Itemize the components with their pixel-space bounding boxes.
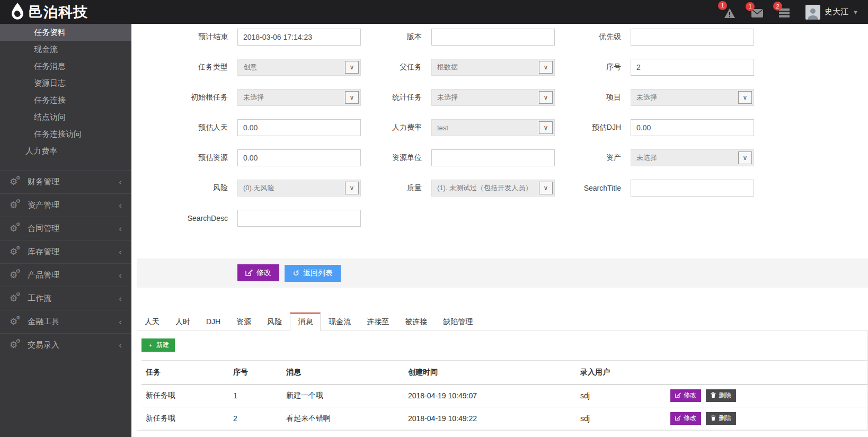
alerts-badge: 1 [718, 1, 727, 10]
labor-rate-select[interactable]: test ∨ [431, 119, 555, 136]
cell-actions: 修改 删除 [666, 407, 867, 430]
task-type-select[interactable]: 创意 ∨ [237, 59, 361, 76]
cell-seq: 2 [229, 407, 282, 430]
chevron-down-icon: ∨ [738, 151, 752, 164]
chevron-left-icon: ‹ [119, 317, 122, 326]
row-delete-button[interactable]: 删除 [706, 389, 736, 402]
search-title-input[interactable] [631, 180, 754, 197]
column-header-message: 消息 [282, 360, 404, 384]
parent-task-select[interactable]: 根数据 ∨ [431, 59, 555, 76]
search-desc-input[interactable] [237, 210, 361, 227]
chevron-down-icon: ▼ [853, 9, 858, 15]
resource-unit-input[interactable] [431, 149, 555, 166]
cell-created: 2018-04-19 10:49:22 [404, 407, 576, 430]
new-message-button[interactable]: ＋ 新建 [141, 338, 175, 352]
gears-icon: ⚙⚙ [10, 341, 21, 350]
chevron-left-icon: ‹ [119, 201, 122, 210]
warning-icon [724, 8, 736, 19]
sidebar-section-contracts[interactable]: ⚙⚙ 合同管理 ‹ [0, 217, 131, 240]
table-row: 新任务哦 2 看起来不错啊 2018-04-19 10:49:22 sdj 修改… [141, 407, 867, 430]
tab-resources[interactable]: 资源 [228, 313, 259, 331]
field-label: SearchTitle [564, 184, 621, 192]
alerts-button[interactable]: 1 [724, 6, 736, 19]
estimated-days-input[interactable] [237, 119, 361, 136]
stats-task-select[interactable]: 未选择 ∨ [431, 89, 555, 106]
column-header-user: 录入用户 [576, 360, 666, 384]
field-label: 预估DJH [564, 123, 621, 132]
planned-end-input[interactable] [237, 29, 361, 46]
chevron-down-icon: ∨ [345, 61, 359, 74]
sidebar-item-task-links[interactable]: 任务连接 [0, 92, 131, 109]
tasks-button[interactable]: 2 [779, 6, 790, 17]
field-label: 资产 [564, 153, 621, 163]
tab-defect-management[interactable]: 缺陷管理 [435, 313, 481, 331]
chevron-down-icon: ∨ [345, 91, 359, 104]
asset-select[interactable]: 未选择 ∨ [631, 149, 754, 166]
field-label: 质量 [370, 183, 422, 193]
chevron-left-icon: ‹ [119, 294, 122, 303]
cell-seq: 1 [229, 384, 282, 407]
tab-linked-from[interactable]: 被连接 [397, 313, 435, 331]
edit-icon [245, 269, 253, 277]
row-edit-button[interactable]: 修改 [670, 389, 701, 402]
initial-root-task-select[interactable]: 未选择 ∨ [237, 89, 361, 106]
sidebar-section-products[interactable]: ⚙⚙ 产品管理 ‹ [0, 263, 131, 287]
chevron-left-icon: ‹ [119, 224, 122, 233]
sidebar-section-workflow[interactable]: ⚙⚙ 工作流 ‹ [0, 287, 131, 310]
sidebar-item-resource-log[interactable]: 资源日志 [0, 75, 131, 92]
estimated-resource-input[interactable] [237, 149, 361, 166]
sidebar-section-trade-entry[interactable]: ⚙⚙ 交易录入 ‹ [0, 333, 131, 356]
tab-person-days[interactable]: 人天 [137, 313, 167, 331]
sidebar-item-task-data[interactable]: 任务资料 [0, 24, 131, 41]
sequence-input[interactable] [631, 59, 754, 76]
mail-icon [751, 9, 763, 17]
sidebar-section-assets[interactable]: ⚙⚙ 资产管理 ‹ [0, 193, 131, 217]
sidebar-item-task-link-access[interactable]: 任务连接访问 [0, 126, 131, 142]
priority-input[interactable] [631, 29, 754, 46]
tab-djh[interactable]: DJH [198, 313, 228, 331]
sidebar-gap [0, 159, 131, 170]
sidebar-item-cash-flow[interactable]: 现金流 [0, 41, 131, 58]
gears-icon: ⚙⚙ [10, 294, 21, 303]
back-to-list-button[interactable]: ↺ 返回列表 [285, 265, 341, 282]
sidebar-section-financial-tools[interactable]: ⚙⚙ 金融工具 ‹ [0, 310, 131, 333]
chevron-down-icon: ∨ [539, 61, 553, 74]
detail-tabs: 人天 人时 DJH 资源 风险 消息 现金流 连接至 被连接 缺陷管理 [137, 313, 868, 331]
tab-risk[interactable]: 风险 [259, 313, 290, 331]
user-menu[interactable]: 史大江 ▼ [805, 5, 858, 20]
sidebar-section-inventory[interactable]: ⚙⚙ 库存管理 ‹ [0, 240, 131, 263]
row-edit-button[interactable]: 修改 [670, 412, 701, 425]
gears-icon: ⚙⚙ [10, 224, 21, 233]
sidebar-section-finance[interactable]: ⚙⚙ 财务管理 ‹ [0, 170, 131, 193]
column-header-created: 创建时间 [404, 360, 576, 384]
field-label: 父任务 [370, 63, 422, 72]
edit-button[interactable]: 修改 [237, 264, 279, 281]
risk-select[interactable]: (0).无风险 ∨ [237, 180, 361, 197]
messages-button[interactable]: 1 [751, 7, 763, 17]
cell-actions: 修改 删除 [666, 384, 867, 407]
quality-select[interactable]: (1). 未测试过（包括开发人员） ∨ [431, 180, 555, 197]
chevron-down-icon: ∨ [539, 182, 553, 194]
sidebar-item-labor-rate[interactable]: 人力费率 [0, 142, 131, 159]
tab-person-hours[interactable]: 人时 [167, 313, 198, 331]
tab-messages[interactable]: 消息 [290, 313, 321, 331]
app-logo[interactable]: 邑泊科技 [10, 2, 88, 22]
chevron-left-icon: ‹ [119, 247, 122, 256]
form-actions: 修改 ↺ 返回列表 [137, 258, 868, 288]
sidebar-item-task-messages[interactable]: 任务消息 [0, 58, 131, 75]
project-select[interactable]: 未选择 ∨ [631, 89, 754, 106]
version-input[interactable] [431, 29, 555, 46]
table-row: 新任务哦 1 新建一个哦 2018-04-19 10:49:07 sdj 修改 … [141, 384, 867, 407]
tab-link-to[interactable]: 连接至 [359, 313, 397, 331]
tab-cash-flow[interactable]: 现金流 [321, 313, 359, 331]
field-label: 预计结束 [137, 32, 228, 42]
estimated-djh-input[interactable] [631, 119, 754, 136]
field-label: 统计任务 [370, 93, 422, 102]
cell-created: 2018-04-19 10:49:07 [404, 384, 576, 407]
row-delete-button[interactable]: 删除 [706, 412, 736, 425]
chevron-down-icon: ∨ [738, 91, 752, 104]
return-icon: ↺ [293, 269, 299, 277]
sidebar-item-node-access[interactable]: 结点访问 [0, 109, 131, 126]
field-label: 优先级 [564, 32, 621, 42]
plus-icon: ＋ [147, 341, 154, 350]
